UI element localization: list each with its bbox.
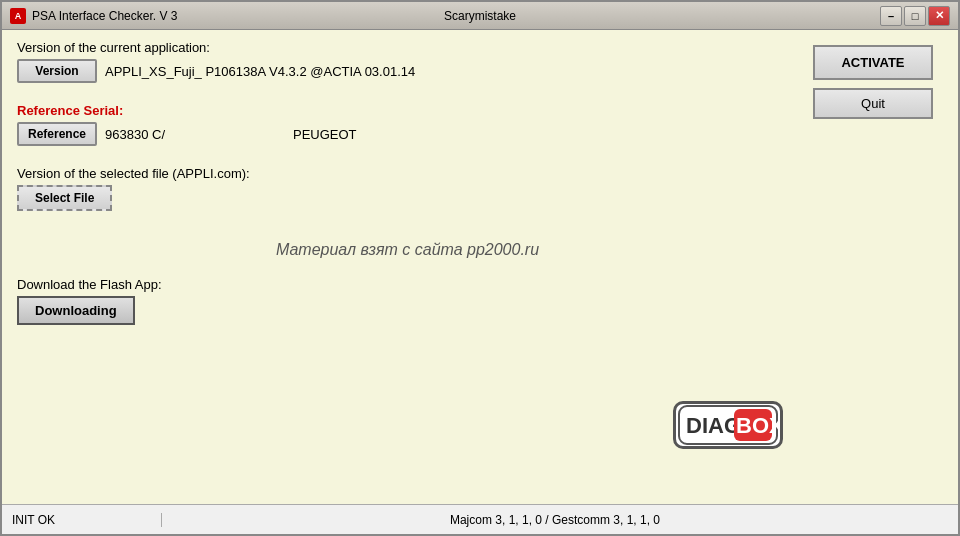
diagbox-logo: DIAG BOX [673,401,783,449]
reference-button[interactable]: Reference [17,122,97,146]
file-section: Version of the selected file (APPLI.com)… [17,166,798,215]
reference-row: Reference 963830 C/ PEUGEOT [17,122,798,146]
title-bar-buttons: – □ ✕ [880,6,950,26]
status-bar: INIT OK Majcom 3, 1, 1, 0 / Gestcomm 3, … [2,504,958,534]
version-label: Version of the current application: [17,40,798,55]
reference-section: Reference Serial: Reference 963830 C/ PE… [17,103,798,150]
status-center: Majcom 3, 1, 1, 0 / Gestcomm 3, 1, 1, 0 [162,513,948,527]
app-icon: A [10,8,26,24]
file-row: Select File [17,185,798,211]
main-window: A PSA Interface Checker. V 3 Scarymistak… [0,0,960,536]
close-button[interactable]: ✕ [928,6,950,26]
version-section: Version of the current application: Vers… [17,40,798,87]
left-panel: Version of the current application: Vers… [17,40,798,337]
svg-text:BOX: BOX [736,413,778,438]
right-panel: ACTIVATE Quit [813,40,943,494]
download-label: Download the Flash App: [17,277,798,292]
version-row: Version APPLI_XS_Fuji_ P106138A V4.3.2 @… [17,59,798,83]
title-bar: A PSA Interface Checker. V 3 Scarymistak… [2,2,958,30]
quit-button[interactable]: Quit [813,88,933,119]
watermark-text: Материал взят с сайта рр2000.ru [17,231,798,269]
reference-label: Reference Serial: [17,103,798,118]
reference-value-right: PEUGEOT [293,127,357,142]
select-file-button[interactable]: Select File [17,185,112,211]
download-section: Download the Flash App: Downloading [17,277,798,329]
activate-button[interactable]: ACTIVATE [813,45,933,80]
download-row: Downloading [17,296,798,325]
status-left: INIT OK [12,513,162,527]
downloading-button[interactable]: Downloading [17,296,135,325]
minimize-button[interactable]: – [880,6,902,26]
file-label: Version of the selected file (APPLI.com)… [17,166,798,181]
version-value: APPLI_XS_Fuji_ P106138A V4.3.2 @ACTIA 03… [105,64,415,79]
version-button[interactable]: Version [17,59,97,83]
title-bar-center-text: Scarymistake [444,9,516,23]
svg-text:DIAG: DIAG [686,413,741,438]
left-and-center: Version of the current application: Vers… [17,40,798,494]
reference-value-left: 963830 C/ [105,127,165,142]
main-content: Version of the current application: Vers… [2,30,958,504]
maximize-button[interactable]: □ [904,6,926,26]
